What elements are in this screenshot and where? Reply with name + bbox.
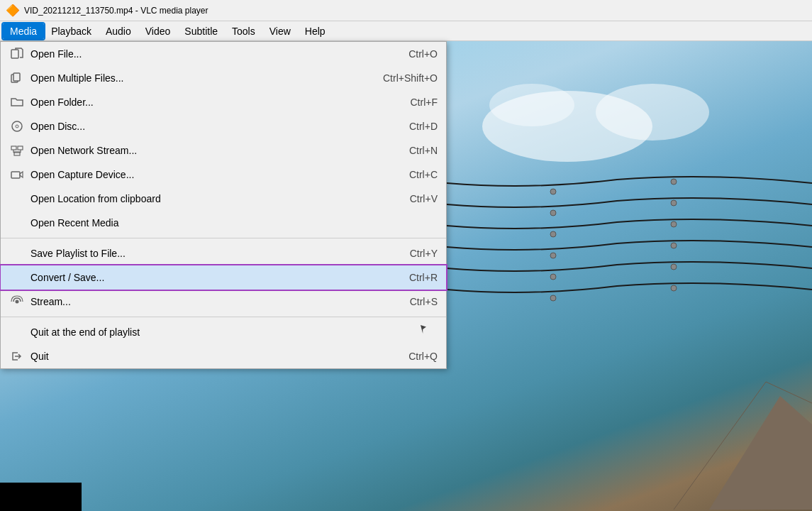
quit-shortcut: Ctrl+Q <box>408 351 438 362</box>
menu-item-video[interactable]: Video <box>138 23 178 39</box>
open-capture-shortcut: Ctrl+C <box>409 169 438 180</box>
svg-rect-27 <box>11 172 20 178</box>
separator-1 <box>1 238 446 238</box>
open-location-shortcut: Ctrl+V <box>410 193 438 204</box>
open-folder-label: Open Folder... <box>30 97 382 108</box>
menu-open-folder[interactable]: Open Folder... Ctrl+F <box>1 90 446 114</box>
open-disc-label: Open Disc... <box>30 121 381 132</box>
quit-playlist-icon <box>9 324 25 340</box>
svg-point-4 <box>550 210 556 216</box>
menu-bar: Media Playback Audio Video Subtitle Tool… <box>0 21 812 41</box>
menu-open-network[interactable]: Open Network Stream... Ctrl+N <box>1 138 446 163</box>
menu-stream[interactable]: Stream... Ctrl+S <box>1 290 446 314</box>
open-folder-shortcut: Ctrl+F <box>411 97 438 108</box>
media-dropdown-menu: Open File... Ctrl+O Open Multiple Files.… <box>0 41 447 369</box>
open-location-icon <box>9 191 25 207</box>
menu-open-location[interactable]: Open Location from clipboard Ctrl+V <box>1 187 446 211</box>
title-bar: 🔶 VID_20211212_113750.mp4 - VLC media pl… <box>0 0 812 21</box>
quit-playlist-label: Quit at the end of playlist <box>30 326 409 338</box>
open-capture-label: Open Capture Device... <box>30 169 381 180</box>
open-network-icon <box>9 143 25 158</box>
svg-rect-20 <box>11 146 16 150</box>
open-disc-icon <box>9 119 25 134</box>
svg-point-8 <box>550 295 556 301</box>
vlc-logo-icon: 🔶 <box>6 4 20 18</box>
svg-point-10 <box>671 200 677 206</box>
main-content: Open File... Ctrl+O Open Multiple Files.… <box>0 41 812 511</box>
menu-item-media[interactable]: Media <box>3 23 44 39</box>
open-file-icon <box>9 46 25 62</box>
svg-point-6 <box>550 253 556 258</box>
menu-item-audio[interactable]: Audio <box>99 23 138 39</box>
menu-open-file[interactable]: Open File... Ctrl+O <box>1 42 446 66</box>
menu-open-recent[interactable]: Open Recent Media <box>1 211 446 235</box>
open-file-label: Open File... <box>30 48 380 60</box>
open-network-shortcut: Ctrl+N <box>409 145 438 156</box>
menu-item-help[interactable]: Help <box>298 23 333 39</box>
svg-rect-15 <box>11 50 18 58</box>
stream-label: Stream... <box>30 296 382 307</box>
open-disc-shortcut: Ctrl+D <box>409 121 438 132</box>
bottom-control-bar <box>0 483 82 511</box>
open-recent-icon <box>9 215 25 231</box>
svg-point-1 <box>596 84 709 141</box>
convert-save-label: Convert / Save... <box>30 272 381 283</box>
menu-item-view[interactable]: View <box>262 23 298 39</box>
open-multiple-label: Open Multiple Files... <box>30 72 355 84</box>
save-playlist-icon <box>9 246 25 261</box>
svg-point-9 <box>671 179 677 185</box>
stream-shortcut: Ctrl+S <box>410 296 438 307</box>
convert-save-shortcut: Ctrl+R <box>409 272 438 283</box>
svg-point-18 <box>12 121 22 131</box>
window-title: VID_20211212_113750.mp4 - VLC media play… <box>24 6 208 16</box>
menu-quit[interactable]: Quit Ctrl+Q <box>1 344 446 368</box>
open-multiple-shortcut: Ctrl+Shift+O <box>383 72 438 84</box>
open-file-shortcut: Ctrl+O <box>408 48 438 60</box>
open-network-label: Open Network Stream... <box>30 145 381 156</box>
quit-icon <box>9 348 25 364</box>
menu-item-tools[interactable]: Tools <box>225 23 262 39</box>
quit-label: Quit <box>30 351 380 362</box>
menu-item-playback[interactable]: Playback <box>44 23 99 39</box>
svg-point-29 <box>16 300 19 304</box>
svg-rect-21 <box>18 146 23 150</box>
separator-2 <box>1 317 446 317</box>
menu-open-capture[interactable]: Open Capture Device... Ctrl+C <box>1 163 446 187</box>
menu-quit-playlist[interactable]: Quit at the end of playlist <box>1 320 446 344</box>
svg-point-11 <box>671 221 677 227</box>
save-playlist-label: Save Playlist to File... <box>30 248 382 259</box>
menu-item-subtitle[interactable]: Subtitle <box>177 23 225 39</box>
open-location-label: Open Location from clipboard <box>30 193 382 204</box>
open-multiple-icon <box>9 70 25 86</box>
svg-point-19 <box>16 125 18 128</box>
svg-point-7 <box>550 274 556 280</box>
svg-rect-17 <box>13 73 20 81</box>
svg-point-5 <box>550 231 556 237</box>
open-recent-label: Open Recent Media <box>30 217 409 229</box>
convert-save-icon <box>9 270 25 285</box>
save-playlist-shortcut: Ctrl+Y <box>410 248 438 259</box>
svg-point-14 <box>671 285 677 291</box>
svg-point-13 <box>671 264 677 270</box>
svg-point-12 <box>671 243 677 248</box>
menu-save-playlist[interactable]: Save Playlist to File... Ctrl+Y <box>1 241 446 265</box>
menu-open-disc[interactable]: Open Disc... Ctrl+D <box>1 114 446 138</box>
svg-point-3 <box>550 189 556 194</box>
menu-open-multiple[interactable]: Open Multiple Files... Ctrl+Shift+O <box>1 66 446 90</box>
open-capture-icon <box>9 167 25 182</box>
menu-convert-save[interactable]: Convert / Save... Ctrl+R <box>1 265 446 290</box>
open-folder-icon <box>9 94 25 110</box>
svg-point-2 <box>489 84 574 126</box>
stream-icon <box>9 294 25 309</box>
